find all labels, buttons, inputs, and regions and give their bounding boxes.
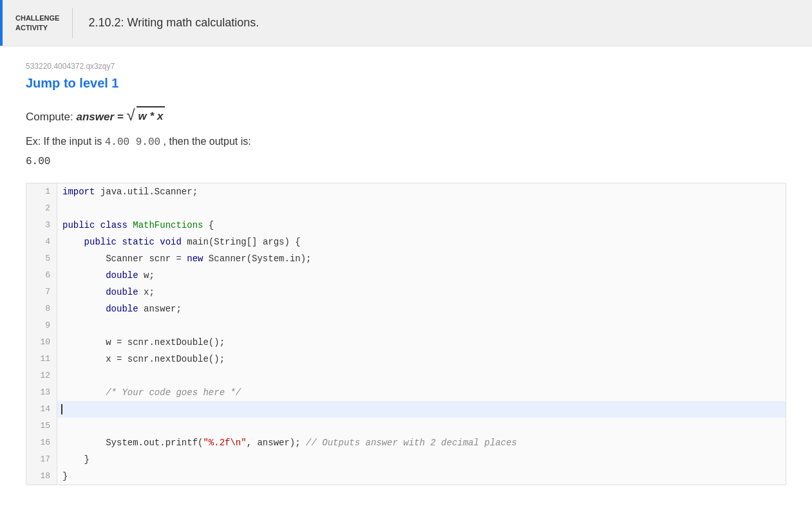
line-num-3: 3 xyxy=(26,217,57,234)
line-content-4[interactable]: public static void main(String[] args) { xyxy=(57,234,786,250)
line-content-5[interactable]: Scanner scnr = new Scanner(System.in); xyxy=(57,250,786,267)
line-num-13: 13 xyxy=(26,384,57,401)
example-intro: Ex: If the input is xyxy=(26,136,102,147)
line-num-7: 7 xyxy=(26,284,57,301)
code-line-13: 13 /* Your code goes here */ xyxy=(26,384,786,401)
activity-title: 2.10.2: Writing math calculations. xyxy=(88,16,259,30)
formula-display: answer = √ w * x xyxy=(76,111,165,123)
compute-label: Compute: xyxy=(26,111,73,123)
line-num-12: 12 xyxy=(26,367,57,384)
line-num-14: 14 xyxy=(26,401,57,418)
line-num-17: 17 xyxy=(26,451,57,468)
sqrt-symbol: √ xyxy=(126,107,135,123)
example-mid: , then the output is: xyxy=(164,136,251,147)
header-bar: CHALLENGEACTIVITY 2.10.2: Writing math c… xyxy=(0,0,812,46)
code-line-15: 15 xyxy=(26,418,786,434)
code-line-7: 7 double x; xyxy=(26,284,786,301)
code-line-10: 10 w = scnr.nextDouble(); xyxy=(26,334,786,351)
line-num-6: 6 xyxy=(26,267,57,284)
code-line-1: 1 import java.util.Scanner; xyxy=(26,183,786,200)
code-line-4: 4 public static void main(String[] args)… xyxy=(26,234,786,250)
code-line-16: 16 System.out.printf("%.2f\n", answer); … xyxy=(26,434,786,451)
code-line-2: 2 xyxy=(26,200,786,217)
code-line-12: 12 xyxy=(26,367,786,384)
line-num-2: 2 xyxy=(26,200,57,217)
line-num-10: 10 xyxy=(26,334,57,351)
challenge-activity-label: CHALLENGEACTIVITY xyxy=(0,0,72,46)
line-content-16[interactable]: System.out.printf("%.2f\n", answer); // … xyxy=(57,434,786,451)
code-line-18: 18 } xyxy=(26,468,786,485)
line-num-8: 8 xyxy=(26,301,57,317)
output-block: 6.00 xyxy=(26,156,786,167)
line-num-16: 16 xyxy=(26,434,57,451)
sqrt-content: w * x xyxy=(137,106,165,125)
example-text: Ex: If the input is 4.00 9.00 , then the… xyxy=(26,136,786,148)
line-content-3[interactable]: public class MathFunctions { xyxy=(57,217,786,234)
header-title-area: 2.10.2: Writing math calculations. xyxy=(73,0,274,46)
line-content-6[interactable]: double w; xyxy=(57,267,786,284)
code-line-8: 8 double answer; xyxy=(26,301,786,317)
jump-to-level[interactable]: Jump to level 1 xyxy=(26,76,786,91)
line-content-7[interactable]: double x; xyxy=(57,284,786,301)
code-line-5: 5 Scanner scnr = new Scanner(System.in); xyxy=(26,250,786,267)
challenge-label-text: CHALLENGEACTIVITY xyxy=(15,14,59,32)
line-num-11: 11 xyxy=(26,351,57,367)
line-content-18[interactable]: } xyxy=(57,468,786,485)
line-content-12[interactable] xyxy=(57,367,786,384)
line-num-5: 5 xyxy=(26,250,57,267)
line-content-15[interactable] xyxy=(57,418,786,434)
line-num-9: 9 xyxy=(26,317,57,334)
code-line-17: 17 } xyxy=(26,451,786,468)
line-num-1: 1 xyxy=(26,183,57,200)
problem-statement: Compute: answer = √ w * x xyxy=(26,106,786,125)
code-editor[interactable]: 1 import java.util.Scanner; 2 3 public c… xyxy=(26,183,786,485)
activity-id: 533220.4004372.qx3zqy7 xyxy=(26,62,786,71)
line-content-14[interactable] xyxy=(57,401,786,418)
line-content-1[interactable]: import java.util.Scanner; xyxy=(57,183,786,200)
line-num-15: 15 xyxy=(26,418,57,434)
line-content-11[interactable]: x = scnr.nextDouble(); xyxy=(57,351,786,367)
main-content: 533220.4004372.qx3zqy7 Jump to level 1 C… xyxy=(0,46,812,511)
formula-lhs: answer = xyxy=(76,111,126,123)
line-content-9[interactable] xyxy=(57,317,786,334)
line-content-17[interactable]: } xyxy=(57,451,786,468)
code-line-11: 11 x = scnr.nextDouble(); xyxy=(26,351,786,367)
line-num-18: 18 xyxy=(26,468,57,485)
line-num-4: 4 xyxy=(26,234,57,250)
code-line-6: 6 double w; xyxy=(26,267,786,284)
code-line-3: 3 public class MathFunctions { xyxy=(26,217,786,234)
line-content-13[interactable]: /* Your code goes here */ xyxy=(57,384,786,401)
line-content-10[interactable]: w = scnr.nextDouble(); xyxy=(57,334,786,351)
example-input: 4.00 9.00 xyxy=(105,136,160,148)
line-content-8[interactable]: double answer; xyxy=(57,301,786,317)
output-value: 6.00 xyxy=(26,156,50,167)
sqrt-formula: √ w * x xyxy=(126,106,165,125)
code-line-14[interactable]: 14 xyxy=(26,401,786,418)
code-line-9: 9 xyxy=(26,317,786,334)
line-content-2[interactable] xyxy=(57,200,786,217)
